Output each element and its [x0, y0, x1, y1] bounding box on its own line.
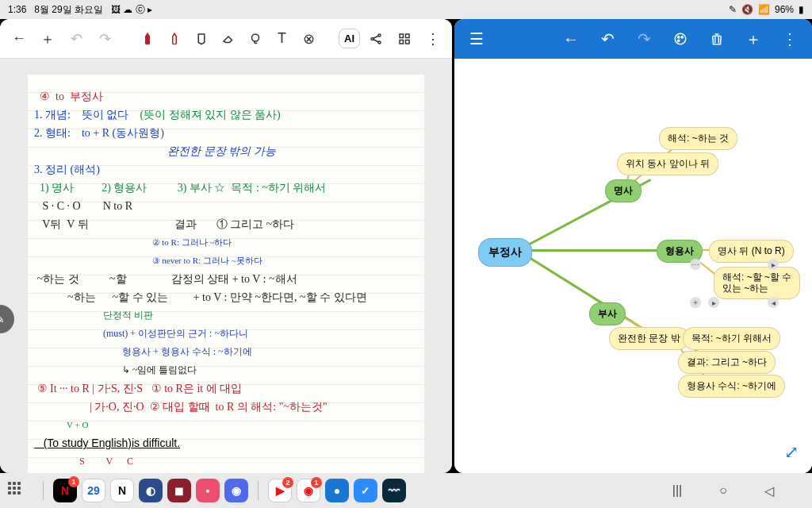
apps-icon[interactable]: [392, 25, 417, 53]
note-line: ↳ ~임에 틀림없다: [34, 361, 418, 379]
note-line: ⑤ It ··· to R | 가·S, 진·S ① to R은 it 에 대입: [34, 379, 418, 398]
redo-button[interactable]: ↷: [92, 25, 117, 53]
dock-app-wave[interactable]: 〰: [382, 479, 406, 502]
pen-outline-icon[interactable]: [162, 25, 187, 53]
pen-solid-icon[interactable]: [135, 25, 160, 53]
mm-leaf[interactable]: 목적: ~하기 위해서: [683, 327, 780, 350]
menu-icon[interactable]: ☰: [462, 25, 491, 53]
share-icon[interactable]: [363, 25, 389, 53]
note-line: S · C · O N to R: [34, 197, 418, 215]
note-line: ↓ ~ 이다 + 어려운: [34, 471, 418, 473]
mindmap-app-panel: ☰ ← ↶ ↷ ＋ ⋮: [454, 19, 812, 473]
text-tool-icon[interactable]: T: [270, 25, 295, 53]
battery-pct: 96%: [775, 4, 794, 15]
dock-app-notion[interactable]: N: [110, 479, 134, 502]
dock-app-photoshop[interactable]: ◐: [139, 479, 163, 502]
note-line: S V C: [34, 452, 418, 471]
note-canvas[interactable]: ✎ ④ to 부정사 1. 개념: 뜻이 없다 (뜻이 정해져 있지 않은 품사…: [0, 59, 452, 473]
palette-icon[interactable]: [666, 25, 695, 53]
mindmap-toolbar: ☰ ← ↶ ↷ ＋ ⋮: [454, 19, 812, 59]
note-line: (must) + 이성판단의 근거 : ~하다니: [34, 325, 418, 343]
pen-icon: ✎: [729, 4, 737, 15]
dock-bar: N1 29 N ◐ ◼ ▪ ◉ ▶2 ◉1 ● ✓ 〰 ||| ○ ◁: [0, 473, 812, 508]
mm-branch-adv[interactable]: 부사: [589, 302, 626, 325]
svg-point-0: [251, 34, 259, 41]
svg-point-10: [681, 37, 683, 38]
app-drawer-icon[interactable]: [8, 482, 25, 499]
dock-app-circle[interactable]: ◉: [224, 479, 248, 502]
dock-app-youtube[interactable]: ▶2: [268, 479, 292, 502]
dock-app-calendar[interactable]: 29: [82, 479, 105, 502]
resize-handle[interactable]: ⤢: [780, 441, 802, 464]
nav-back[interactable]: ◁: [758, 479, 780, 502]
ai-button[interactable]: AI: [344, 33, 354, 44]
lasso-icon[interactable]: [243, 25, 268, 53]
mute-icon: 🔇: [741, 4, 753, 15]
note-line: 단정적 비판: [34, 306, 418, 325]
delete-icon[interactable]: [703, 25, 731, 53]
mm-leaf[interactable]: 해석: ~하는 것: [659, 127, 737, 150]
dock-divider: [43, 481, 44, 500]
node-handle[interactable]: ▸: [708, 297, 719, 308]
mindmap-canvas[interactable]: 부정사 명사 형용사 부사 해석: ~하는 것 위치 동사 앞이나 뒤 명사 뒤…: [454, 59, 812, 473]
note-line: 1) 명사 2) 형용사 3) 부사 ☆ 목적 : ~하기 위해서: [34, 179, 418, 197]
dock-app-note[interactable]: ▪: [196, 479, 220, 502]
note-line: 완전한 문장 밖의 가능: [34, 142, 418, 160]
svg-point-2: [378, 34, 381, 37]
svg-point-8: [675, 33, 686, 44]
highlighter-icon[interactable]: [189, 25, 214, 53]
note-line: V + O: [34, 416, 418, 434]
node-handle[interactable]: ＋: [690, 297, 701, 308]
note-line: V뒤 V 뒤 결과 ① 그리고 ~하다: [34, 215, 418, 233]
mm-redo-icon[interactable]: ↷: [630, 25, 658, 53]
note-line: 3. 정리 (해석): [34, 160, 418, 179]
mm-leaf[interactable]: 해석: ~할 ~할 수 있는 ~하는: [714, 267, 800, 299]
status-bar: 1:36 8월 29일 화요일 🖼 ☁ ⓒ ▸ ✎ 🔇 📶 96% ▮: [0, 0, 812, 19]
mm-leaf[interactable]: 위치 동사 앞이나 뒤: [617, 152, 718, 175]
svg-point-3: [378, 41, 381, 44]
node-handle[interactable]: ⋯: [690, 259, 701, 270]
mm-leaf[interactable]: 형용사 수식: ~하기에: [678, 375, 785, 398]
dock-divider: [258, 481, 259, 500]
mm-root-node[interactable]: 부정사: [478, 238, 532, 267]
status-app-icons: 🖼 ☁ ⓒ ▸: [111, 3, 152, 17]
note-toolbar: ← ＋ ↶ ↷ T: [0, 19, 452, 59]
clear-icon[interactable]: ⊗: [297, 25, 322, 53]
add-button[interactable]: ＋: [35, 25, 60, 53]
note-line: (To study English)is difficult.: [34, 434, 418, 452]
back-button[interactable]: ←: [6, 25, 32, 53]
status-time: 1:36: [8, 4, 26, 15]
note-app-panel: ← ＋ ↶ ↷ T: [0, 19, 452, 473]
mm-branch-noun[interactable]: 명사: [605, 179, 642, 202]
note-line: 2. 형태: to + R (동사원형): [34, 124, 418, 142]
mm-more-icon[interactable]: ⋮: [776, 25, 804, 53]
dock-app-check[interactable]: ✓: [354, 479, 377, 502]
mm-undo-icon[interactable]: ↶: [593, 25, 622, 53]
note-line: ② to R: 그러나 ~하다: [34, 233, 418, 252]
edit-fab[interactable]: ✎: [0, 305, 14, 333]
dock-app-book[interactable]: ◼: [167, 479, 191, 502]
note-line: 1. 개념: 뜻이 없다 (뜻이 정해져 있지 않은 품사): [34, 106, 418, 124]
undo-button[interactable]: ↶: [63, 25, 89, 53]
wifi-icon: 📶: [758, 4, 770, 15]
svg-point-9: [678, 37, 680, 38]
dock-app-mindmap[interactable]: ●: [325, 479, 349, 502]
nav-home[interactable]: ○: [712, 479, 734, 502]
nav-recent[interactable]: |||: [666, 479, 688, 502]
more-icon[interactable]: ⋮: [420, 25, 446, 53]
svg-point-1: [371, 37, 373, 40]
note-line: ④ to 부정사: [34, 87, 418, 106]
mm-back-icon[interactable]: ←: [557, 25, 585, 53]
dock-app-yt2[interactable]: ◉1: [297, 479, 320, 502]
dock-app-netflix[interactable]: N1: [53, 479, 77, 502]
mm-leaf[interactable]: 명사 뒤 (N to R): [709, 240, 794, 263]
eraser-icon[interactable]: [216, 25, 241, 53]
mm-add-icon[interactable]: ＋: [739, 25, 768, 53]
node-handle[interactable]: ◂: [768, 297, 779, 308]
mm-leaf[interactable]: 결과: 그리고 ~하다: [678, 351, 776, 374]
node-handle[interactable]: ▸: [768, 259, 779, 270]
battery-icon: ▮: [799, 4, 804, 15]
note-line: ~하는 것 ~할 감정의 상태 + to V : ~해서: [34, 270, 418, 288]
mm-leaf[interactable]: 완전한 문장 밖: [609, 327, 689, 350]
svg-rect-5: [406, 34, 410, 38]
